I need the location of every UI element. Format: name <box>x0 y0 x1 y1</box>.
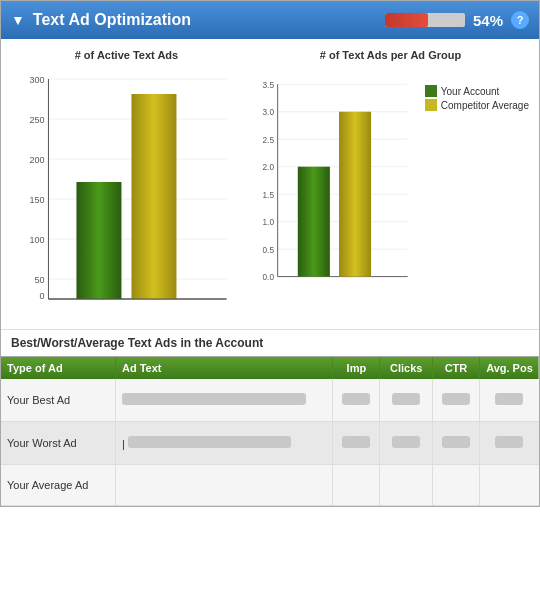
right-chart-svg: 3.5 3.0 2.5 2.0 1.5 1.0 0.5 0.0 <box>252 65 417 305</box>
row-ad-worst: | <box>115 422 332 465</box>
legend-color-account <box>425 85 437 97</box>
svg-text:1.5: 1.5 <box>262 191 274 200</box>
blurred-content <box>392 436 420 448</box>
col-header-clicks: Clicks <box>380 357 433 379</box>
svg-text:200: 200 <box>29 155 44 165</box>
svg-text:1.0: 1.0 <box>262 218 274 227</box>
table-wrapper: Type of Ad Ad Text Imp Clicks CTR Avg. P… <box>1 356 539 506</box>
row-type-average: Your Average Ad <box>1 465 115 506</box>
blurred-content <box>495 393 523 405</box>
col-header-ctr: CTR <box>433 357 480 379</box>
bar-competitor <box>131 94 176 299</box>
legend-item-account: Your Account <box>425 85 529 97</box>
blurred-content <box>342 393 370 405</box>
page-title: Text Ad Optimization <box>33 11 377 29</box>
row-imp-average <box>333 465 380 506</box>
legend-item-competitor: Competitor Average <box>425 99 529 111</box>
bar-your-account <box>76 182 121 299</box>
row-type-best: Your Best Ad <box>1 379 115 422</box>
svg-text:100: 100 <box>29 235 44 245</box>
section-title: Best/Worst/Average Text Ads in the Accou… <box>1 329 539 356</box>
svg-text:0: 0 <box>39 291 44 301</box>
right-chart: # of Text Ads per Ad Group 3.5 3.0 2.5 2… <box>252 49 529 329</box>
col-header-type: Type of Ad <box>1 357 115 379</box>
svg-text:150: 150 <box>29 195 44 205</box>
row-ctr-worst <box>433 422 480 465</box>
row-ctr-best <box>433 379 480 422</box>
legend: Your Account Competitor Average <box>425 85 529 329</box>
svg-text:0.0: 0.0 <box>262 273 274 282</box>
svg-text:2.0: 2.0 <box>262 163 274 172</box>
bar2-competitor <box>339 112 371 277</box>
row-pos-average <box>479 465 539 506</box>
svg-text:3.0: 3.0 <box>262 108 274 117</box>
header: ▼ Text Ad Optimization 54% ? <box>1 1 539 39</box>
legend-color-competitor <box>425 99 437 111</box>
left-chart: # of Active Text Ads 300 250 200 150 100… <box>11 49 242 329</box>
blurred-content <box>392 393 420 405</box>
col-header-ad: Ad Text <box>115 357 332 379</box>
svg-text:250: 250 <box>29 115 44 125</box>
table-header-row: Type of Ad Ad Text Imp Clicks CTR Avg. P… <box>1 357 539 379</box>
blurred-content <box>342 436 370 448</box>
row-ctr-average <box>433 465 480 506</box>
progress-bar-background <box>385 13 465 27</box>
row-clicks-average <box>380 465 433 506</box>
left-chart-title: # of Active Text Ads <box>75 49 179 61</box>
row-ad-average <box>115 465 332 506</box>
svg-text:0.5: 0.5 <box>262 246 274 255</box>
collapse-icon[interactable]: ▼ <box>11 12 25 28</box>
main-container: ▼ Text Ad Optimization 54% ? # of Active… <box>0 0 540 507</box>
svg-text:3.5: 3.5 <box>262 81 274 90</box>
row-clicks-worst <box>380 422 433 465</box>
row-pos-worst <box>479 422 539 465</box>
blurred-content <box>495 436 523 448</box>
blurred-content <box>442 393 470 405</box>
bar2-your-account <box>298 167 330 277</box>
row-clicks-best <box>380 379 433 422</box>
table-row: Your Average Ad <box>1 465 539 506</box>
progress-percentage: 54% <box>473 12 503 29</box>
blurred-content <box>128 436 292 448</box>
help-icon[interactable]: ? <box>511 11 529 29</box>
charts-area: # of Active Text Ads 300 250 200 150 100… <box>1 39 539 329</box>
row-type-worst: Your Worst Ad <box>1 422 115 465</box>
col-header-pos: Avg. Pos <box>479 357 539 379</box>
row-pos-best <box>479 379 539 422</box>
left-chart-svg: 300 250 200 150 100 50 0 <box>11 65 242 305</box>
row-ad-best <box>115 379 332 422</box>
table-row: Your Worst Ad | <box>1 422 539 465</box>
col-header-imp: Imp <box>333 357 380 379</box>
blurred-content <box>442 436 470 448</box>
right-chart-title: # of Text Ads per Ad Group <box>320 49 461 61</box>
ads-table: Type of Ad Ad Text Imp Clicks CTR Avg. P… <box>1 357 539 506</box>
legend-label-competitor: Competitor Average <box>441 100 529 111</box>
row-imp-best <box>333 379 380 422</box>
blurred-content <box>122 393 306 405</box>
svg-text:50: 50 <box>34 275 44 285</box>
row-imp-worst <box>333 422 380 465</box>
svg-text:2.5: 2.5 <box>262 136 274 145</box>
table-row: Your Best Ad <box>1 379 539 422</box>
progress-bar-container: 54% <box>385 12 503 29</box>
progress-bar-fill <box>385 13 428 27</box>
svg-text:300: 300 <box>29 75 44 85</box>
legend-label-account: Your Account <box>441 86 500 97</box>
